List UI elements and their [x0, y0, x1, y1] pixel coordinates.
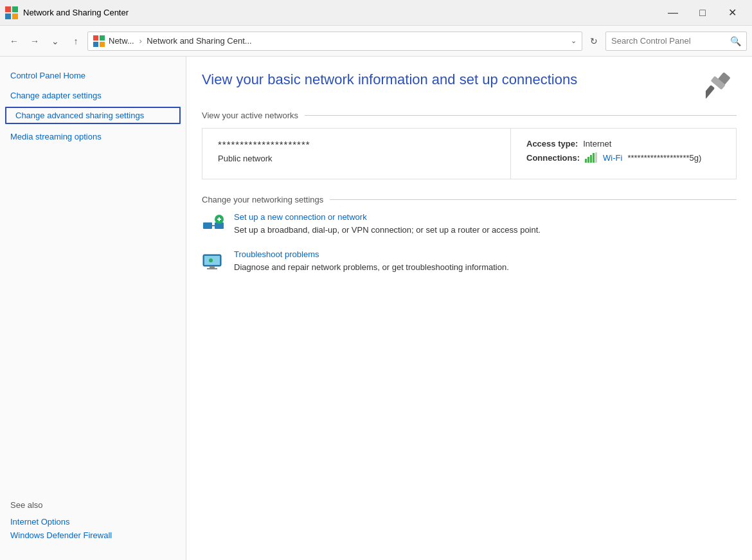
svg-rect-5: [100, 35, 105, 41]
sidebar-item-media-streaming[interactable]: Media streaming options: [0, 128, 186, 145]
search-input[interactable]: [611, 36, 726, 46]
network-name: *********************: [218, 139, 495, 150]
minimize-button[interactable]: —: [658, 3, 688, 23]
recent-button[interactable]: ⌄: [46, 32, 64, 50]
svg-rect-13: [590, 155, 592, 163]
svg-rect-14: [593, 153, 595, 163]
connections-label: Connections:: [526, 153, 580, 163]
svg-rect-25: [207, 268, 217, 269]
window-title: Network and Sharing Center: [23, 8, 129, 17]
back-button[interactable]: ←: [5, 32, 23, 50]
active-networks-header: View your active networks: [202, 111, 737, 120]
sidebar-item-change-advanced[interactable]: Change advanced sharing settings: [5, 107, 181, 124]
new-connection-desc: Set up a broadband, dial-up, or VPN conn…: [234, 225, 541, 235]
troubleshoot-link[interactable]: Troubleshoot problems: [234, 249, 737, 259]
troubleshoot-icon: [202, 251, 225, 274]
access-type-row: Access type: Internet: [526, 139, 721, 149]
up-button[interactable]: ↑: [67, 32, 85, 50]
app-icon: [5, 6, 18, 19]
svg-rect-21: [219, 217, 220, 221]
svg-rect-7: [100, 42, 105, 47]
nav-bar: ← → ⌄ ↑ Netw... › Network and Sharing Ce…: [0, 26, 752, 57]
title-row: View your basic network information and …: [202, 69, 737, 100]
network-info: ********************* Public network Acc…: [202, 128, 737, 179]
refresh-button[interactable]: ↻: [585, 32, 603, 50]
svg-rect-28: [209, 260, 213, 261]
wifi-network-name: *******************5g): [627, 153, 701, 163]
svg-rect-9: [706, 85, 715, 99]
see-also-title: See also: [10, 500, 175, 510]
access-type-value: Internet: [583, 139, 611, 149]
new-connection-link[interactable]: Set up a new connection or network: [234, 212, 737, 222]
address-prefix: Netw... › Network and Sharing Cent...: [109, 36, 564, 46]
setting-new-connection: Set up a new connection or network Set u…: [202, 212, 737, 237]
svg-rect-4: [93, 35, 98, 41]
svg-rect-1: [12, 6, 18, 12]
content-area: View your basic network information and …: [186, 57, 752, 560]
svg-rect-15: [595, 152, 597, 163]
window-controls: — □ ✕: [658, 3, 747, 23]
address-bar[interactable]: Netw... › Network and Sharing Cent... ⌄: [87, 32, 582, 51]
wifi-link[interactable]: Wi-Fi: [603, 153, 622, 163]
title-bar: Network and Sharing Center — □ ✕: [0, 0, 752, 26]
close-button[interactable]: ✕: [717, 3, 747, 23]
search-bar[interactable]: 🔍: [605, 32, 747, 51]
network-right: Access type: Internet Connections: Wi-Fi…: [511, 129, 736, 179]
svg-rect-2: [5, 14, 11, 19]
svg-rect-6: [93, 42, 98, 47]
troubleshoot-desc: Diagnose and repair network problems, or…: [234, 262, 509, 272]
sidebar-item-change-adapter[interactable]: Change adapter settings: [0, 87, 186, 104]
search-icon: 🔍: [730, 36, 741, 46]
connections-row: Connections: Wi-Fi *******************5g…: [526, 152, 721, 163]
maximize-button[interactable]: □: [688, 3, 717, 23]
sidebar-item-control-panel-home[interactable]: Control Panel Home: [0, 67, 186, 84]
main-container: Control Panel Home Change adapter settin…: [0, 57, 752, 560]
hammer-icon: [706, 69, 737, 100]
address-network-icon: [93, 35, 105, 47]
settings-section: Set up a new connection or network Set u…: [202, 212, 737, 274]
see-also-internet-options[interactable]: Internet Options: [10, 515, 175, 528]
svg-rect-11: [585, 159, 587, 163]
access-type-label: Access type:: [526, 139, 578, 149]
svg-rect-16: [203, 222, 212, 229]
svg-rect-12: [587, 157, 589, 163]
svg-rect-3: [12, 14, 18, 19]
address-dropdown-icon[interactable]: ⌄: [571, 37, 577, 45]
svg-rect-24: [210, 266, 215, 268]
sidebar: Control Panel Home Change adapter settin…: [0, 57, 186, 560]
setting-troubleshoot: Troubleshoot problems Diagnose and repai…: [202, 249, 737, 274]
signal-icon: [585, 152, 598, 163]
svg-rect-0: [5, 6, 11, 12]
forward-button[interactable]: →: [26, 32, 44, 50]
new-connection-icon: [202, 213, 225, 237]
page-title: View your basic network information and …: [202, 71, 698, 88]
setting-troubleshoot-text: Troubleshoot problems Diagnose and repai…: [234, 249, 737, 273]
change-settings-header: Change your networking settings: [202, 195, 737, 204]
see-also-windows-defender[interactable]: Windows Defender Firewall: [10, 528, 175, 542]
network-type: Public network: [218, 154, 495, 163]
see-also-section: See also Internet Options Windows Defend…: [0, 492, 186, 550]
network-left: ********************* Public network: [202, 129, 511, 179]
setting-new-connection-text: Set up a new connection or network Set u…: [234, 212, 737, 236]
